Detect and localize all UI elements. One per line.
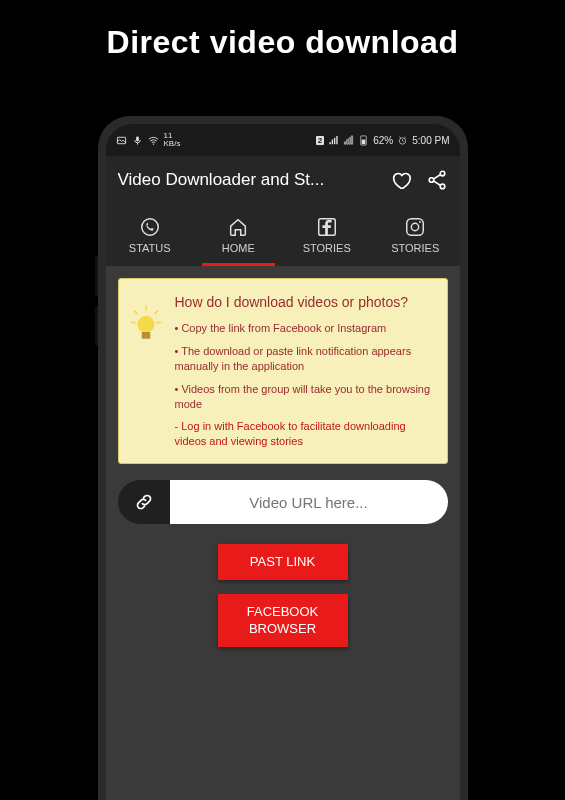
phone-frame: 11 KB/s 2 62% 5:00 PM Video Downloader a…	[98, 116, 468, 800]
tab-label: STORIES	[303, 242, 351, 254]
url-input[interactable]	[170, 480, 448, 524]
svg-point-2	[152, 143, 153, 144]
tab-label: STORIES	[391, 242, 439, 254]
alarm-icon	[397, 135, 408, 146]
phone-side-button	[95, 306, 98, 346]
link-icon-button[interactable]	[118, 480, 170, 524]
svg-rect-1	[136, 136, 139, 141]
svg-line-16	[154, 311, 157, 314]
page-heading: Direct video download	[0, 0, 565, 61]
instagram-icon	[404, 216, 426, 238]
wifi-icon	[148, 135, 159, 146]
app-bar: Video Downloader and St...	[106, 156, 460, 204]
content-area: How do I download videos or photos? • Co…	[106, 266, 460, 659]
tab-bar: STATUS HOME STORIES STORIES	[106, 204, 460, 266]
tab-label: STATUS	[129, 242, 171, 254]
tab-status[interactable]: STATUS	[106, 204, 195, 266]
info-item: • Videos from the group will take you to…	[175, 382, 433, 412]
battery-icon	[358, 135, 369, 146]
battery-percent: 62%	[373, 135, 393, 146]
info-item: • Copy the link from Facebook or Instagr…	[175, 321, 433, 336]
image-icon	[116, 135, 127, 146]
tab-label: HOME	[222, 242, 255, 254]
url-row	[118, 480, 448, 524]
tab-home[interactable]: HOME	[194, 204, 283, 266]
svg-point-12	[412, 223, 419, 230]
share-icon[interactable]	[426, 169, 448, 191]
home-icon	[227, 216, 249, 238]
link-icon	[134, 492, 154, 512]
svg-rect-4	[362, 139, 366, 144]
svg-point-9	[142, 219, 159, 236]
heart-icon[interactable]	[390, 169, 412, 191]
facebook-icon	[316, 216, 338, 238]
mic-icon	[132, 135, 143, 146]
tab-instagram-stories[interactable]: STORIES	[371, 204, 460, 266]
svg-rect-11	[407, 219, 424, 236]
info-box: How do I download videos or photos? • Co…	[118, 278, 448, 464]
app-title: Video Downloader and St...	[118, 170, 376, 190]
lightbulb-icon	[129, 305, 163, 347]
info-item: • The download or paste link notificatio…	[175, 344, 433, 374]
svg-line-15	[134, 311, 137, 314]
signal-icon	[328, 135, 339, 146]
whatsapp-icon	[139, 216, 161, 238]
facebook-browser-button[interactable]: FACEBOOKBROWSER	[218, 594, 348, 647]
svg-point-13	[419, 221, 421, 223]
phone-screen: 11 KB/s 2 62% 5:00 PM Video Downloader a…	[106, 124, 460, 800]
network-speed: 11 KB/s	[164, 132, 181, 148]
svg-rect-20	[141, 332, 150, 339]
sim-indicator: 2	[316, 136, 324, 145]
clock-time: 5:00 PM	[412, 135, 449, 146]
info-warning: - Log in with Facebook to facilitate dow…	[175, 419, 433, 449]
svg-point-19	[137, 316, 154, 333]
signal-icon	[343, 135, 354, 146]
tab-facebook-stories[interactable]: STORIES	[283, 204, 372, 266]
paste-link-button[interactable]: PAST LINK	[218, 544, 348, 580]
phone-side-button	[95, 256, 98, 296]
info-title: How do I download videos or photos?	[175, 293, 433, 311]
status-bar: 11 KB/s 2 62% 5:00 PM	[106, 124, 460, 156]
